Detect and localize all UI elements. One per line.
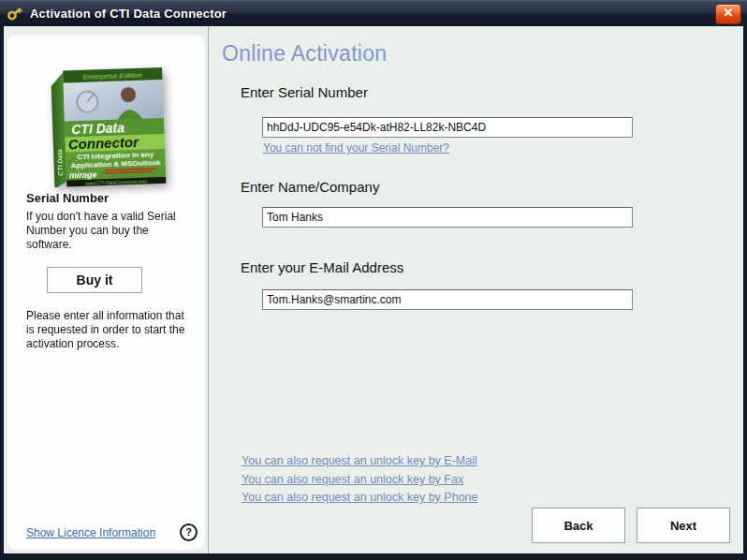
svg-text:mirage: mirage: [69, 169, 97, 180]
close-icon[interactable]: ✕: [715, 4, 741, 24]
back-button[interactable]: Back: [532, 508, 625, 543]
svg-text:www.CTI-DataConnector.com: www.CTI-DataConnector.com: [85, 178, 147, 185]
svg-text:Connector: Connector: [68, 134, 140, 153]
request-key-email-link[interactable]: You can also request an unlock key by E-…: [242, 454, 477, 467]
sidebar-instruction-text: Please enter all information that is req…: [26, 309, 191, 351]
serial-number-label: Enter Serial Number: [241, 84, 368, 100]
show-licence-link[interactable]: Show Licence Information: [26, 526, 155, 539]
buy-button[interactable]: Buy it: [47, 267, 142, 293]
request-key-phone-link[interactable]: You can also request an unlock key by Ph…: [242, 491, 478, 504]
email-label: Enter your E-Mail Address: [241, 259, 403, 275]
cant-find-serial-link[interactable]: You can not find your Serial Number?: [263, 141, 449, 155]
name-company-input[interactable]: [262, 207, 633, 228]
window-title: Activation of CTI Data Connector: [30, 7, 227, 21]
product-box-image: CTI Data Enterprise Edition CTI Data Con…: [36, 54, 178, 187]
svg-text:CTI Data: CTI Data: [56, 149, 64, 176]
titlebar: Activation of CTI Data Connector ✕: [0, 0, 747, 26]
name-company-label: Enter Name/Company: [241, 179, 379, 195]
next-button[interactable]: Next: [637, 508, 730, 543]
key-icon: [6, 4, 24, 22]
request-key-fax-link[interactable]: You can also request an unlock key by Fa…: [242, 473, 463, 486]
sidebar-intro-text: If you don't have a valid Serial Number …: [26, 210, 187, 252]
dialog-content: CTI Data Enterprise Edition CTI Data Con…: [4, 26, 743, 553]
email-input[interactable]: [262, 289, 633, 310]
page-title: Online Activation: [222, 41, 387, 66]
help-icon[interactable]: ?: [180, 523, 198, 541]
serial-number-input[interactable]: [262, 117, 633, 138]
activation-dialog: Activation of CTI Data Connector ✕: [0, 0, 747, 560]
sidebar-heading: Serial Number: [26, 191, 109, 205]
sidebar-divider: [208, 26, 209, 553]
